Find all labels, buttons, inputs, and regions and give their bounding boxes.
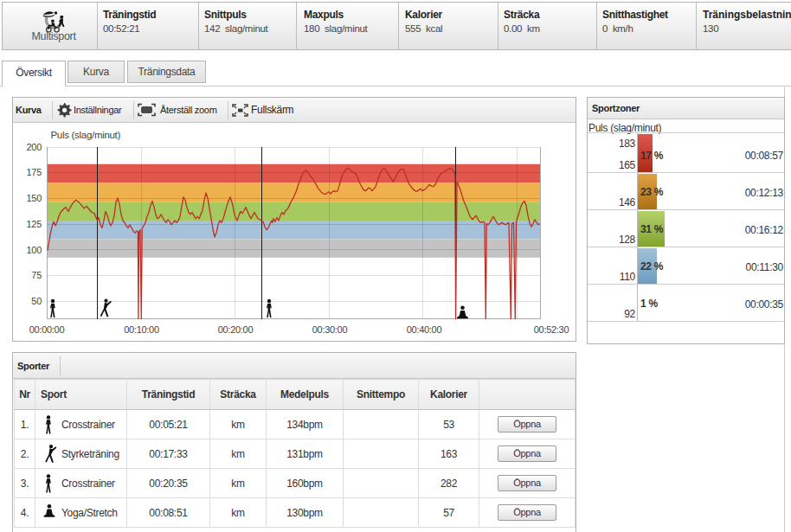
- svg-text:75: 75: [31, 270, 42, 280]
- svg-text:125: 125: [27, 219, 42, 229]
- svg-text:00:10:00: 00:10:00: [124, 324, 159, 335]
- svg-text:00:20:00: 00:20:00: [218, 324, 254, 335]
- svg-text:Puls (slag/minut): Puls (slag/minut): [51, 130, 121, 140]
- svg-text:200: 200: [27, 142, 42, 152]
- svg-text:175: 175: [27, 167, 42, 177]
- svg-text:00:52:30: 00:52:30: [534, 324, 569, 335]
- svg-text:100: 100: [27, 245, 42, 255]
- svg-text:00:30:00: 00:30:00: [312, 324, 348, 335]
- svg-text:00:40:00: 00:40:00: [407, 324, 442, 335]
- svg-text:50: 50: [31, 296, 42, 306]
- svg-text:150: 150: [27, 193, 42, 203]
- svg-text:00:00:00: 00:00:00: [29, 324, 65, 335]
